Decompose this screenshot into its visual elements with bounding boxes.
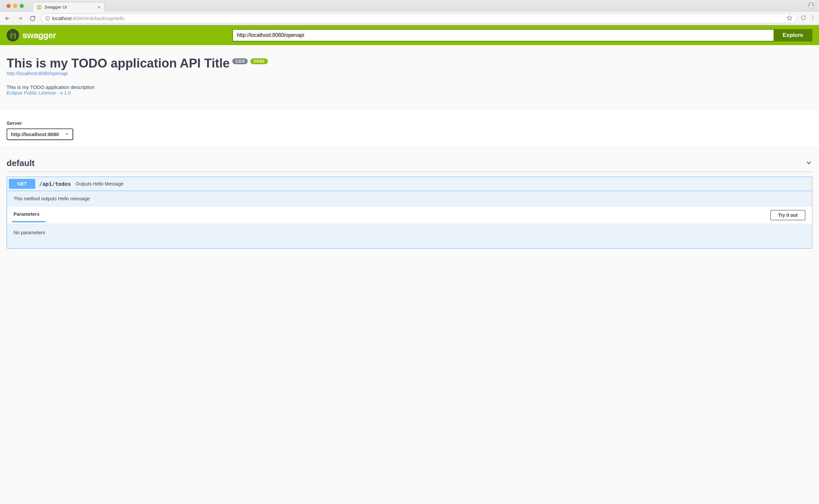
minimize-window-button[interactable] bbox=[13, 4, 17, 8]
close-window-button[interactable] bbox=[7, 4, 11, 8]
swagger-logo[interactable]: {∙∙} swagger bbox=[7, 29, 56, 42]
api-title: This is my TODO application API Title bbox=[7, 56, 230, 70]
api-base-url-link[interactable]: http://localhost:8080/openapi bbox=[7, 71, 68, 76]
api-description: This is my TODO application description bbox=[7, 84, 812, 90]
svg-marker-8 bbox=[802, 15, 805, 20]
operation-body: This method outputs Hello message Parame… bbox=[7, 191, 812, 248]
star-icon[interactable] bbox=[787, 15, 792, 22]
close-tab-icon[interactable]: × bbox=[98, 4, 100, 10]
tag-section: default GET /api/todos Outputs Hello Mes… bbox=[0, 148, 819, 255]
api-info-section: This is my TODO application API Title 1.… bbox=[0, 45, 819, 110]
browser-chrome: {} Swagger UI × localhost:8080/#/default… bbox=[0, 0, 819, 25]
reload-button[interactable] bbox=[28, 14, 37, 23]
url-port: :8080 bbox=[71, 15, 84, 21]
parameters-bar: Parameters Try it out bbox=[7, 206, 812, 224]
svg-point-10 bbox=[812, 17, 813, 18]
swagger-favicon-icon: {} bbox=[37, 5, 42, 10]
site-info-icon[interactable] bbox=[45, 16, 50, 21]
forward-button[interactable] bbox=[16, 14, 24, 23]
chevron-down-icon bbox=[805, 159, 812, 168]
operation-block: GET /api/todos Outputs Hello Message Thi… bbox=[7, 177, 812, 249]
server-selected-value: http://localhost:8080 bbox=[11, 131, 59, 137]
svg-point-3 bbox=[810, 3, 812, 6]
operation-summary-bar[interactable]: GET /api/todos Outputs Hello Message bbox=[7, 177, 812, 191]
tag-name: default bbox=[7, 158, 35, 168]
address-bar[interactable]: localhost:8080/#/default/sayHello bbox=[41, 14, 797, 23]
api-license-link[interactable]: Eclipse Public License - v 1.0 bbox=[7, 90, 71, 96]
browser-tab[interactable]: {} Swagger UI × bbox=[32, 2, 105, 12]
spec-url-form: Explore bbox=[232, 29, 812, 42]
explore-button[interactable]: Explore bbox=[774, 29, 812, 42]
menu-icon[interactable] bbox=[810, 15, 816, 22]
swagger-logo-icon: {∙∙} bbox=[7, 29, 19, 42]
profile-icon[interactable] bbox=[808, 2, 814, 10]
version-badge: 1.0.0 bbox=[232, 58, 248, 64]
svg-point-11 bbox=[812, 19, 813, 20]
http-method-badge: GET bbox=[9, 179, 35, 189]
chevron-down-icon bbox=[65, 131, 69, 137]
oas-badge: OAS3 bbox=[250, 58, 268, 64]
svg-point-9 bbox=[812, 15, 813, 16]
svg-marker-7 bbox=[787, 15, 792, 20]
operation-description: This method outputs Hello message bbox=[7, 191, 812, 206]
back-button[interactable] bbox=[3, 14, 12, 23]
parameters-heading: Parameters bbox=[14, 211, 40, 219]
no-parameters-text: No parameters bbox=[7, 224, 812, 248]
swagger-topbar: {∙∙} swagger Explore bbox=[0, 25, 819, 45]
url-hostname: localhost bbox=[52, 15, 71, 21]
svg-point-6 bbox=[47, 17, 48, 17]
url-path: /#/default/sayHello bbox=[84, 15, 125, 21]
extension-icon[interactable] bbox=[801, 15, 806, 22]
tag-header[interactable]: default bbox=[7, 155, 812, 172]
try-it-out-button[interactable]: Try it out bbox=[770, 210, 805, 220]
operation-summary: Outputs Hello Message bbox=[75, 181, 124, 186]
browser-toolbar: localhost:8080/#/default/sayHello bbox=[0, 12, 819, 25]
server-label: Server bbox=[7, 120, 812, 126]
server-select[interactable]: http://localhost:8080 bbox=[7, 128, 73, 140]
operation-path: /api/todos bbox=[39, 181, 71, 187]
tab-bar: {} Swagger UI × bbox=[0, 0, 819, 12]
spec-url-input[interactable] bbox=[232, 29, 774, 42]
server-section: Server http://localhost:8080 bbox=[0, 110, 819, 148]
svg-text:{}: {} bbox=[39, 6, 40, 9]
tab-title: Swagger UI bbox=[44, 5, 67, 10]
window-controls bbox=[3, 4, 27, 8]
swagger-logo-text: swagger bbox=[22, 30, 56, 41]
maximize-window-button[interactable] bbox=[20, 4, 24, 8]
